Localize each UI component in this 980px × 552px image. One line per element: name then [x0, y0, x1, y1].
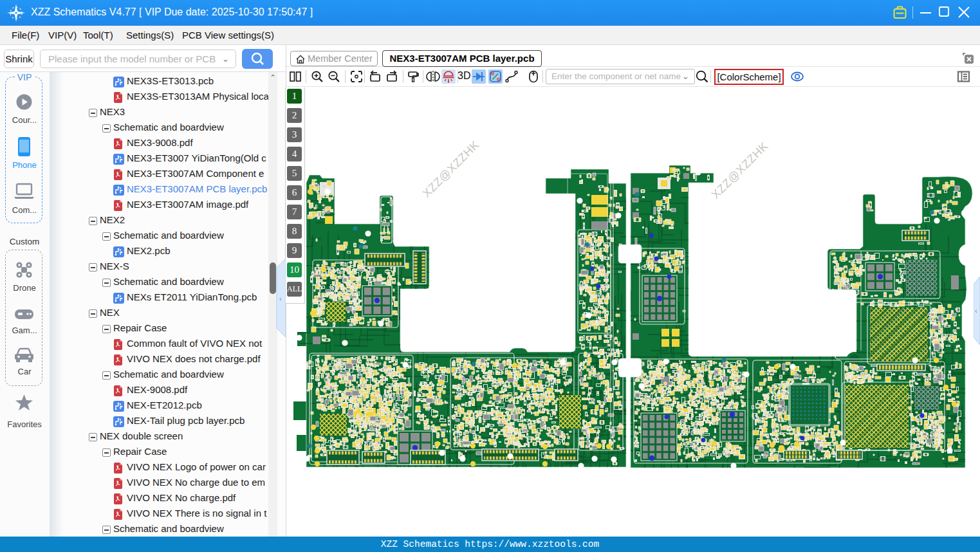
svg-text:‹: ‹	[279, 295, 282, 302]
svg-text:‹: ‹	[975, 307, 977, 315]
svg-text:XZZ@XZZHK: XZZ@XZZHK	[709, 140, 771, 201]
svg-text:XZZ@XZZHK: XZZ@XZZHK	[420, 138, 482, 200]
